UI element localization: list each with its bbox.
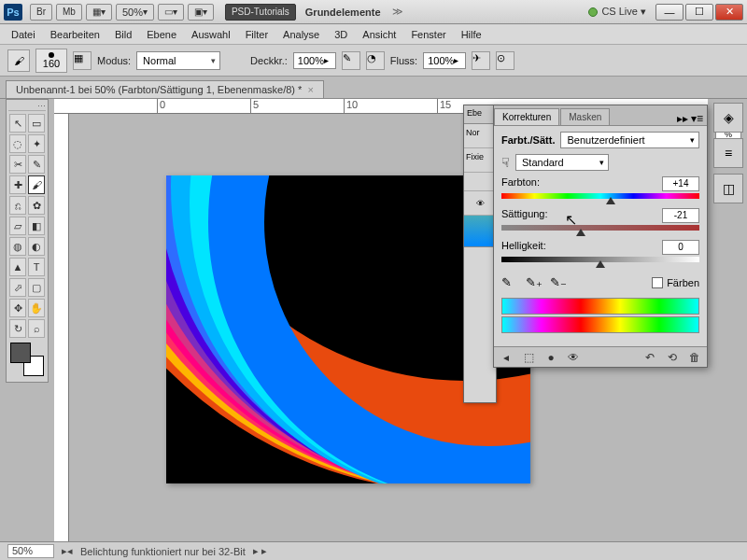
gradient-tool[interactable]: ◧	[28, 217, 45, 235]
arrange-button[interactable]: ▭▾	[158, 4, 184, 21]
back-icon[interactable]: ◂	[498, 350, 514, 365]
zoom-dropdown[interactable]: 50% ▾	[116, 4, 154, 21]
wand-tool[interactable]: ✦	[28, 134, 45, 153]
marquee-tool[interactable]: ▭	[28, 114, 45, 133]
dock-paths-icon[interactable]: ◫	[713, 174, 743, 203]
workspace-grundelemente[interactable]: Grundelemente	[298, 7, 388, 18]
maximize-button[interactable]: ☐	[685, 4, 713, 21]
workspace-psd-tutorials[interactable]: PSD-Tutorials	[225, 4, 296, 21]
hand-tool[interactable]: ✋	[28, 299, 45, 317]
doc-tab[interactable]: Unbenannt-1 bei 50% (Farbton/Sättigung 1…	[6, 80, 324, 98]
faerben-checkbox[interactable]	[652, 277, 663, 288]
menu-datei[interactable]: Datei	[4, 29, 43, 40]
farbton-input[interactable]: +14	[662, 176, 699, 191]
brush-panel-button[interactable]: ▦	[73, 51, 92, 70]
tab-korrekturen[interactable]: Korrekturen	[494, 108, 559, 125]
crop-tool[interactable]: ✂	[9, 155, 26, 174]
eyedropper-plus-icon[interactable]: ✎₊	[526, 275, 541, 290]
menu-hilfe[interactable]: Hilfe	[454, 29, 489, 40]
shape-tool[interactable]: ▢	[28, 278, 45, 297]
menu-3d[interactable]: 3D	[327, 29, 355, 40]
hue-strip[interactable]	[501, 298, 699, 315]
close-button[interactable]: ✕	[715, 4, 743, 21]
menu-fenster[interactable]: Fenster	[403, 29, 453, 40]
pen-tool[interactable]: ▲	[9, 258, 26, 276]
view-extras-button[interactable]: ▦▾	[86, 4, 112, 21]
path-select-tool[interactable]: ⬀	[9, 278, 26, 297]
workspace-more-icon[interactable]: ≫	[388, 6, 407, 18]
stamp-tool[interactable]: ⎌	[9, 196, 26, 215]
workspace: 0 5 10 15 ⋯ ↖▭ ◌✦ ✂✎ ✚🖌 ⎌✿ ▱◧ ◍◐ ▲T ⬀▢ ✥…	[0, 99, 747, 541]
menu-filter[interactable]: Filter	[238, 29, 275, 40]
menu-auswahl[interactable]: Auswahl	[184, 29, 238, 40]
bridge-button[interactable]: Br	[30, 4, 52, 21]
eyedropper-minus-icon[interactable]: ✎₋	[550, 275, 565, 290]
previous-icon[interactable]: ↶	[641, 350, 658, 365]
blur-tool[interactable]: ◍	[9, 237, 26, 256]
tab-masken[interactable]: Masken	[560, 108, 610, 125]
deckkr-input[interactable]: 100% ▸	[293, 52, 336, 69]
fluss-input[interactable]: 100% ▸	[423, 52, 466, 69]
reset-icon[interactable]: ⟲	[664, 350, 681, 365]
airbrush-button[interactable]: ✈	[472, 51, 490, 70]
brush-tool[interactable]: 🖌	[28, 175, 45, 194]
menu-analyse[interactable]: Analyse	[275, 29, 327, 40]
menu-bild[interactable]: Bild	[107, 29, 139, 40]
saettigung-slider[interactable]	[501, 225, 699, 231]
current-tool-icon[interactable]: 🖌	[7, 49, 30, 72]
preset-dropdown[interactable]: Benutzerdefiniert	[560, 132, 699, 148]
partial-layer-thumb[interactable]	[464, 216, 496, 247]
clip-icon[interactable]: ●	[543, 350, 559, 365]
eye-icon[interactable]: 👁	[464, 191, 496, 216]
cslive-button[interactable]: CS Live ▾	[601, 6, 654, 18]
brush-preset-button[interactable]: 160	[35, 49, 67, 73]
deckkr-pressure-button[interactable]: ✎	[342, 51, 360, 70]
dodge-tool[interactable]: ◐	[28, 237, 45, 256]
zoom-input[interactable]: 50%	[7, 544, 54, 558]
menu-bearbeiten[interactable]: Bearbeiten	[43, 29, 107, 40]
hue-strip-2[interactable]	[501, 316, 699, 333]
helligkeit-slider[interactable]	[501, 257, 699, 262]
doc-close-icon[interactable]: ×	[307, 84, 313, 95]
expand-icon[interactable]: ⬚	[520, 350, 537, 365]
farbton-slider[interactable]	[501, 193, 699, 199]
screenmode-button[interactable]: ▣▾	[188, 4, 214, 21]
minimize-button[interactable]: —	[655, 4, 684, 21]
saettigung-input[interactable]: -21	[662, 208, 699, 223]
rotate-tool[interactable]: ↻	[9, 319, 26, 338]
eraser-tool[interactable]: ▱	[9, 217, 26, 235]
color-swatch[interactable]	[10, 343, 44, 376]
dock-layers-icon[interactable]: ◈	[713, 103, 743, 133]
minibridge-button[interactable]: Mb	[56, 4, 82, 21]
dock-channels-icon[interactable]: ≡	[713, 138, 743, 168]
status-nav-icon[interactable]: ▸◂	[62, 545, 73, 557]
helligkeit-input[interactable]: 0	[662, 240, 699, 255]
panel-menu-icon[interactable]: ▸▸ ▾≡	[673, 112, 707, 125]
hand-icon[interactable]: ☟	[501, 155, 510, 170]
tablet-pressure-button[interactable]: ⊙	[496, 51, 514, 70]
eyedropper-icon[interactable]: ✎	[501, 275, 516, 290]
modus-dropdown[interactable]: Normal	[136, 51, 220, 70]
status-bar: 50% ▸◂ Belichtung funktioniert nur bei 3…	[0, 541, 747, 560]
ruler-vertical[interactable]	[54, 114, 69, 541]
eyedropper-tool[interactable]: ✎	[28, 155, 45, 174]
lasso-tool[interactable]: ◌	[9, 134, 26, 153]
history-brush-tool[interactable]: ✿	[28, 196, 45, 215]
partial-panel-tab[interactable]: Ebe	[464, 105, 496, 124]
3d-tool[interactable]: ✥	[9, 299, 26, 317]
trash-icon[interactable]: 🗑	[686, 350, 703, 365]
type-tool[interactable]: T	[28, 258, 45, 276]
zoom-tool[interactable]: ⌕	[28, 319, 45, 338]
cslive-status-icon	[588, 7, 598, 17]
partial-panel-row	[464, 173, 496, 191]
menu-ansicht[interactable]: Ansicht	[355, 29, 403, 40]
menu-ebene[interactable]: Ebene	[139, 29, 184, 40]
visibility-icon[interactable]: 👁	[565, 350, 582, 365]
scope-dropdown[interactable]: Standard	[515, 154, 609, 171]
doc-tab-title: Unbenannt-1 bei 50% (Farbton/Sättigung 1…	[16, 84, 302, 95]
deckkr-toggle[interactable]: ◔	[366, 51, 385, 70]
heal-tool[interactable]: ✚	[9, 175, 26, 194]
move-tool[interactable]: ↖	[9, 114, 26, 133]
partial-layers-panel[interactable]: Ebe Nor Fixie 👁	[463, 105, 497, 403]
status-nav2-icon[interactable]: ▸ ▸	[253, 545, 267, 557]
